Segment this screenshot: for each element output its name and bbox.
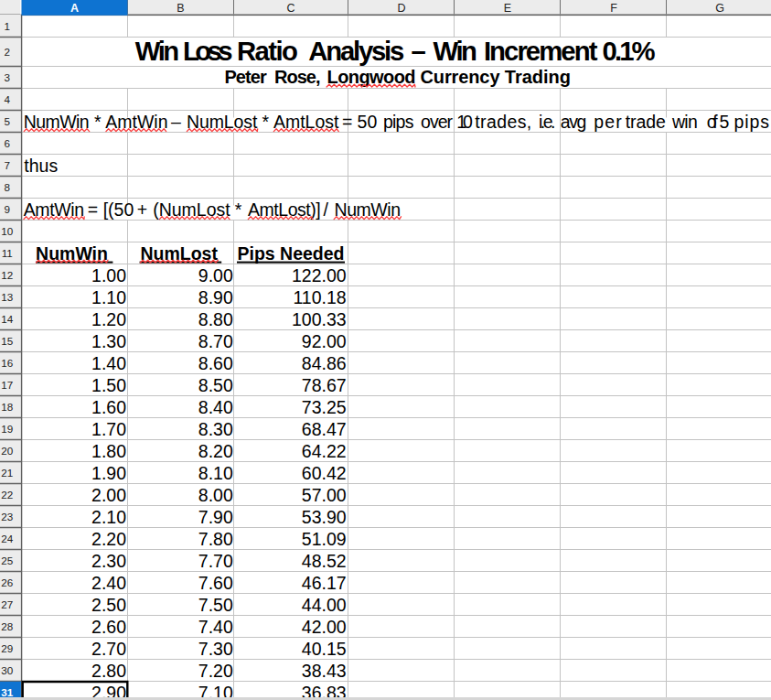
svg-text:92.00: 92.00 <box>302 331 347 351</box>
svg-text:110.18: 110.18 <box>293 287 346 307</box>
svg-text:9: 9 <box>4 203 10 215</box>
svg-text:122.00: 122.00 <box>292 265 347 285</box>
svg-text:7.40: 7.40 <box>198 617 233 637</box>
svg-text:8.10: 8.10 <box>198 463 233 483</box>
svg-text:8.00: 8.00 <box>198 485 233 505</box>
svg-text:1: 1 <box>4 20 10 32</box>
svg-text:13: 13 <box>1 291 13 303</box>
svg-text:3: 3 <box>4 71 10 83</box>
svg-text:48.52: 48.52 <box>302 551 347 571</box>
svg-text:1.70: 1.70 <box>91 419 126 439</box>
svg-text:7.20: 7.20 <box>198 661 233 681</box>
svg-text:4: 4 <box>4 93 10 105</box>
svg-text:2.70: 2.70 <box>91 639 126 659</box>
svg-text:PeterRose,LongwoodCurrencyTrad: PeterRose,LongwoodCurrencyTrading <box>224 67 571 87</box>
svg-text:G: G <box>715 2 724 15</box>
svg-text:8.90: 8.90 <box>198 287 233 307</box>
svg-text:NumWin*AmtWin–NumLost*AmtLost=: NumWin*AmtWin–NumLost*AmtLost=50pipsover… <box>24 112 769 132</box>
svg-text:2.60: 2.60 <box>91 617 126 637</box>
svg-text:24: 24 <box>1 533 14 544</box>
svg-text:C: C <box>287 2 295 15</box>
svg-text:1.50: 1.50 <box>91 375 126 395</box>
svg-text:8: 8 <box>4 181 10 193</box>
svg-text:2.50: 2.50 <box>91 595 126 615</box>
svg-text:29: 29 <box>1 642 13 654</box>
svg-text:2.30: 2.30 <box>91 551 126 571</box>
svg-text:28: 28 <box>1 620 13 632</box>
svg-text:100.33: 100.33 <box>292 309 347 329</box>
svg-text:18: 18 <box>1 401 13 413</box>
svg-text:53.90: 53.90 <box>302 507 347 527</box>
svg-text:17: 17 <box>1 379 13 391</box>
svg-text:21: 21 <box>1 467 13 479</box>
svg-text:thus: thus <box>24 156 58 176</box>
svg-text:51.09: 51.09 <box>302 529 347 549</box>
svg-text:27: 27 <box>1 598 13 610</box>
svg-text:6: 6 <box>4 137 10 149</box>
svg-text:19: 19 <box>1 423 13 435</box>
svg-text:12: 12 <box>1 269 13 281</box>
svg-text:42.00: 42.00 <box>302 617 347 637</box>
svg-text:57.00: 57.00 <box>302 485 347 505</box>
svg-text:64.22: 64.22 <box>302 441 347 461</box>
svg-text:46.17: 46.17 <box>302 573 347 593</box>
svg-text:2.80: 2.80 <box>91 661 126 681</box>
svg-text:38.43: 38.43 <box>302 661 347 681</box>
svg-text:NumWin: NumWin <box>36 243 108 264</box>
svg-text:7: 7 <box>4 159 10 171</box>
svg-text:60.42: 60.42 <box>302 463 347 483</box>
svg-text:8.60: 8.60 <box>198 353 233 373</box>
svg-text:1.30: 1.30 <box>91 331 126 351</box>
svg-text:8.30: 8.30 <box>198 419 233 439</box>
svg-text:NumLost: NumLost <box>140 243 218 264</box>
svg-text:1.40: 1.40 <box>91 353 126 373</box>
svg-text:E: E <box>504 2 511 15</box>
svg-text:26: 26 <box>1 576 13 588</box>
svg-text:30: 30 <box>1 664 14 676</box>
svg-text:7.60: 7.60 <box>198 573 233 593</box>
svg-text:73.25: 73.25 <box>302 397 347 417</box>
svg-text:16: 16 <box>1 357 13 369</box>
svg-text:84.86: 84.86 <box>302 353 347 373</box>
svg-text:1.90: 1.90 <box>91 463 126 483</box>
svg-text:B: B <box>177 2 184 15</box>
svg-text:9.00: 9.00 <box>198 265 233 285</box>
svg-text:14: 14 <box>1 313 14 325</box>
svg-text:8.50: 8.50 <box>198 375 233 395</box>
svg-text:20: 20 <box>1 445 14 457</box>
svg-text:7.50: 7.50 <box>198 595 233 615</box>
svg-text:8.70: 8.70 <box>198 331 233 351</box>
svg-text:D: D <box>397 2 405 15</box>
svg-text:8.40: 8.40 <box>198 397 233 417</box>
svg-text:15: 15 <box>1 335 14 347</box>
svg-text:68.47: 68.47 <box>302 419 347 439</box>
svg-text:8.20: 8.20 <box>198 441 233 461</box>
svg-text:F: F <box>610 2 617 15</box>
svg-text:2.40: 2.40 <box>91 573 126 593</box>
svg-text:A: A <box>70 2 79 15</box>
svg-text:31: 31 <box>1 686 14 698</box>
svg-text:25: 25 <box>1 555 14 566</box>
svg-text:1.10: 1.10 <box>91 287 126 307</box>
svg-text:7.70: 7.70 <box>198 551 233 571</box>
svg-text:78.67: 78.67 <box>302 375 347 395</box>
svg-text:5: 5 <box>4 115 10 127</box>
svg-text:22: 22 <box>1 489 13 501</box>
svg-text:2.20: 2.20 <box>91 529 126 549</box>
svg-text:11: 11 <box>2 247 13 259</box>
svg-text:7.80: 7.80 <box>198 529 233 549</box>
svg-text:7.30: 7.30 <box>198 639 233 659</box>
svg-text:2: 2 <box>4 46 10 58</box>
svg-text:1.60: 1.60 <box>91 397 126 417</box>
svg-text:Pips Needed: Pips Needed <box>237 243 344 264</box>
svg-text:7.90: 7.90 <box>198 507 233 527</box>
svg-text:WinLossRatioAnalysis–WinIncrem: WinLossRatioAnalysis–WinIncrement0.1% <box>135 36 656 66</box>
svg-text:1.80: 1.80 <box>91 441 126 461</box>
svg-text:10: 10 <box>1 225 14 237</box>
svg-text:2.00: 2.00 <box>91 485 126 505</box>
svg-text:44.00: 44.00 <box>302 595 347 615</box>
svg-text:1.20: 1.20 <box>91 309 126 329</box>
svg-text:1.00: 1.00 <box>91 265 126 285</box>
svg-text:2.10: 2.10 <box>91 507 126 527</box>
svg-text:23: 23 <box>1 511 13 522</box>
